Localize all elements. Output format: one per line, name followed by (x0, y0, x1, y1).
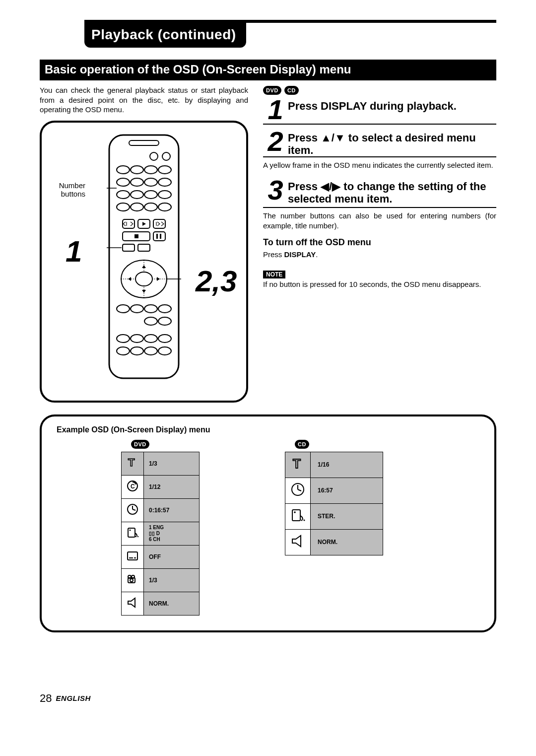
sound-icon (122, 592, 144, 615)
right-column: DVD CD 1 Press DISPLAY during playback. … (263, 85, 496, 295)
step-2: 2 Press ▲/▼ to select a desired menu ite… (263, 128, 496, 157)
svg-rect-25 (134, 234, 138, 238)
callout-step-1: 1 (66, 234, 82, 269)
osd-cd-track: 1/16 (311, 452, 383, 478)
section-title: Basic operation of the OSD (On-Screen Di… (40, 60, 496, 80)
svg-rect-26 (156, 234, 158, 239)
page-number: 28 (40, 692, 52, 704)
svg-line-58 (133, 509, 135, 510)
example-title: Example OSD (On-Screen Display) menu (57, 425, 479, 434)
title-icon: T (122, 452, 144, 475)
osd-dvd-chapter: 1/12 (144, 475, 200, 498)
svg-text:C: C (131, 483, 135, 490)
clock-icon (285, 478, 311, 503)
chapter-icon: C (122, 475, 144, 498)
turn-off-body: Press DISPLAY. (263, 250, 496, 260)
svg-rect-74 (292, 510, 300, 521)
header-rule: Playback (continued) (84, 20, 496, 48)
osd-dvd-time: 0:16:57 (144, 498, 200, 522)
osd-dvd-audio: 1 ENG ▯▯ D 6 CH (144, 522, 200, 545)
step-1-text: Press DISPLAY during playback. (288, 96, 457, 112)
page-language: ENGLISH (56, 694, 91, 702)
subtitle-icon (122, 545, 144, 568)
svg-text:T: T (128, 456, 135, 469)
angle-icon (122, 568, 144, 592)
osd-dvd-angle: 1/3 (144, 568, 200, 592)
intro-text: You can check the general playback statu… (40, 85, 248, 115)
remote-icon (107, 133, 181, 381)
step-3-body: The number buttons can also be used for … (263, 211, 496, 230)
label-number-buttons: Number buttons (51, 181, 85, 198)
svg-point-62 (137, 536, 138, 537)
manual-page: Playback (continued) Basic operation of … (0, 0, 536, 725)
clock-icon (122, 498, 144, 522)
svg-text:T: T (293, 456, 301, 471)
osd-cd-audio: STER. (311, 503, 383, 529)
example-panel: Example OSD (On-Screen Display) menu DVD… (40, 414, 496, 632)
step-2-body: A yellow frame in the OSD menu indicates… (263, 160, 496, 170)
audio-icon (285, 503, 311, 529)
osd-dvd-title: 1/3 (144, 452, 200, 475)
svg-point-60 (130, 529, 131, 531)
svg-point-68 (132, 575, 134, 578)
svg-point-69 (130, 579, 133, 582)
svg-rect-27 (160, 234, 161, 239)
osd-cd-time: 16:57 (311, 478, 383, 503)
step-3-number: 3 (263, 176, 288, 202)
step-3-text: Press ◀/▶ to change the setting of the s… (288, 176, 496, 206)
note-body: If no button is pressed for 10 seconds, … (263, 279, 496, 289)
step-1-number: 1 (263, 96, 288, 122)
svg-rect-63 (128, 552, 137, 560)
note-label: NOTE (263, 271, 285, 278)
step-2-number: 2 (263, 128, 288, 153)
step-2-text: Press ▲/▼ to select a desired menu item. (288, 128, 496, 157)
osd-dvd-table: T 1/3 C 1/12 0:16:57 1 ENG ▯▯ D 6 CH OFF (121, 452, 200, 616)
osd-dvd-sound: NORM. (144, 592, 200, 615)
title-icon: T (285, 452, 311, 478)
svg-point-67 (128, 575, 131, 578)
osd-dvd-subtitle: OFF (144, 545, 200, 568)
remote-panel: Number buttons 1 2,3 (40, 121, 248, 403)
svg-line-73 (298, 489, 301, 491)
osd-cd-sound: NORM. (311, 529, 383, 555)
disc-badges: DVD CD (263, 85, 496, 95)
svg-point-61 (135, 536, 136, 537)
step-3: 3 Press ◀/▶ to change the setting of the… (263, 176, 496, 208)
page-title: Playback (continued) (84, 23, 246, 48)
sound-icon (285, 529, 311, 555)
cd-badge: CD (284, 86, 299, 95)
left-column: You can check the general playback statu… (40, 85, 248, 403)
turn-off-heading: To turn off the OSD menu (263, 237, 496, 248)
step-1: 1 Press DISPLAY during playback. (263, 96, 496, 125)
audio-icon (122, 522, 144, 545)
svg-point-76 (301, 520, 303, 521)
osd-cd-table: T 1/16 16:57 STER. NORM. (285, 452, 383, 555)
page-footer: 28 ENGLISH (40, 692, 496, 705)
dvd-pill: DVD (131, 440, 149, 449)
osd-dvd-column: DVD T 1/3 C 1/12 0:16:57 1 ENG ▯▯ D 6 CH (121, 439, 210, 616)
svg-point-77 (304, 520, 305, 521)
callout-step-23: 2,3 (196, 264, 237, 298)
osd-cd-column: CD T 1/16 16:57 STER. NORM. (285, 439, 394, 616)
cd-pill: CD (295, 440, 309, 449)
svg-point-75 (294, 511, 296, 513)
svg-rect-59 (128, 528, 135, 537)
